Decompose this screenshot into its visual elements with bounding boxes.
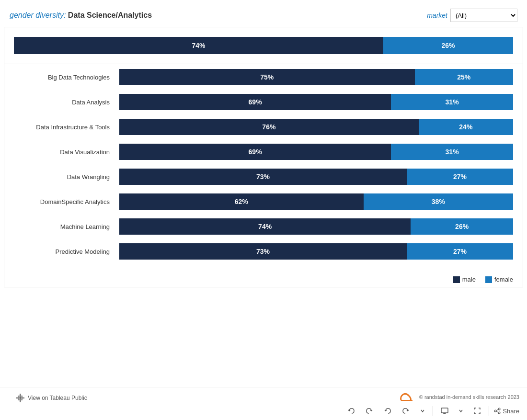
category-bar: 73% 27% [119, 243, 513, 260]
presentation-icon [441, 408, 448, 414]
female-bar: 38% [364, 193, 513, 210]
category-bar: 74% 26% [119, 218, 513, 235]
svg-rect-5 [18, 399, 23, 400]
category-bar: 69% 31% [119, 94, 513, 110]
footer-toolbar: Share [0, 404, 527, 420]
summary-bar-section: 74% 26% [4, 27, 523, 64]
category-label: Data Visualization [14, 148, 119, 156]
male-bar: 73% [119, 169, 407, 185]
svg-line-14 [496, 411, 498, 412]
category-bar: 62% 38% [119, 193, 513, 210]
dropdown-presentation-button[interactable] [456, 408, 466, 414]
summary-female-pct: 26% [442, 42, 455, 49]
share-label: Share [503, 408, 519, 415]
male-bar: 69% [119, 144, 391, 160]
back-button[interactable] [381, 406, 394, 416]
market-label: market [427, 11, 447, 19]
legend-female: female [485, 276, 513, 283]
category-bar: 69% 31% [119, 144, 513, 160]
chevron-down-small-icon [459, 409, 463, 413]
redo-icon [366, 407, 373, 415]
svg-point-11 [498, 412, 500, 414]
header: gender diversity: Data Science/Analytics… [0, 0, 527, 27]
female-bar: 31% [391, 94, 513, 110]
summary-bar: 74% 26% [14, 37, 513, 54]
categories-section: Big Data Technologies 75% 25% Data Analy… [4, 64, 523, 273]
category-label: Predictive Modeling [14, 248, 119, 255]
footer-brand: © randstad in-demand skills research 202… [399, 392, 519, 402]
chevron-down-button[interactable] [417, 407, 428, 415]
page-container: gender diversity: Data Science/Analytics… [0, 0, 527, 420]
page-title: Data Science/Analytics [68, 11, 152, 19]
share-icon [494, 408, 501, 414]
summary-male-pct: 74% [192, 42, 206, 49]
back-icon [384, 407, 391, 415]
table-row: Data Analysis 69% 31% [14, 94, 513, 110]
female-legend-dot [485, 276, 492, 283]
forward-button[interactable] [399, 406, 412, 416]
female-bar: 26% [411, 218, 513, 235]
female-bar: 27% [407, 243, 513, 260]
female-bar: 24% [419, 119, 513, 135]
table-row: DomainSpecific Analytics 62% 38% [14, 193, 513, 210]
svg-rect-4 [18, 396, 23, 397]
svg-point-12 [494, 410, 496, 412]
legend-section: male female [4, 273, 523, 287]
male-bar: 69% [119, 94, 391, 110]
footer-copyright: © randstad in-demand skills research 202… [419, 394, 519, 400]
table-row: Predictive Modeling 73% 27% [14, 243, 513, 260]
category-label: Data Infrastructure & Tools [14, 124, 119, 131]
fullscreen-button[interactable] [470, 406, 484, 416]
table-row: Data Wrangling 73% 27% [14, 169, 513, 185]
summary-male-bar: 74% [14, 37, 383, 54]
male-bar: 74% [119, 218, 411, 235]
presentation-button[interactable] [438, 406, 451, 416]
table-row: Machine Learning 74% 26% [14, 218, 513, 235]
svg-point-10 [498, 408, 500, 410]
female-bar: 31% [391, 144, 513, 160]
female-bar: 25% [415, 69, 514, 85]
redo-button[interactable] [363, 406, 376, 416]
randstad-logo [399, 392, 414, 402]
undo-icon [347, 407, 355, 415]
female-bar: 27% [407, 169, 513, 185]
view-tableau-link[interactable]: View on Tableau Public [28, 395, 87, 401]
male-bar: 62% [119, 193, 364, 210]
market-select[interactable]: (All) [450, 9, 517, 22]
table-row: Data Infrastructure & Tools 76% 24% [14, 119, 513, 135]
forward-icon [402, 407, 410, 415]
male-legend-label: male [462, 276, 476, 283]
category-bar: 73% 27% [119, 169, 513, 185]
toolbar-divider [433, 406, 433, 416]
category-bar: 76% 24% [119, 119, 513, 135]
table-row: Big Data Technologies 75% 25% [14, 69, 513, 85]
category-label: Data Analysis [14, 99, 119, 106]
share-button[interactable]: Share [494, 408, 519, 415]
female-legend-label: female [494, 276, 513, 283]
male-bar: 75% [119, 69, 415, 85]
category-label: Big Data Technologies [14, 74, 119, 81]
undo-button[interactable] [344, 406, 358, 416]
header-title: gender diversity: Data Science/Analytics [10, 11, 152, 20]
market-filter: market (All) [427, 9, 517, 22]
view-tableau-section: View on Tableau Public [8, 391, 95, 403]
fullscreen-icon [473, 407, 481, 415]
category-label: DomainSpecific Analytics [14, 198, 119, 205]
gender-diversity-label: gender diversity: [10, 11, 66, 19]
svg-rect-1 [16, 397, 24, 398]
legend-male: male [453, 276, 476, 283]
table-row: Data Visualization 69% 31% [14, 144, 513, 160]
tableau-icon [15, 393, 25, 403]
male-bar: 73% [119, 243, 407, 260]
svg-rect-7 [441, 408, 448, 413]
category-label: Data Wrangling [14, 173, 119, 181]
male-bar: 76% [119, 119, 419, 135]
svg-line-13 [496, 409, 498, 410]
category-label: Machine Learning [14, 223, 119, 230]
toolbar-divider-2 [489, 406, 489, 416]
summary-female-bar: 26% [383, 37, 513, 54]
category-bar: 75% 25% [119, 69, 513, 85]
male-legend-dot [453, 276, 460, 283]
footer: View on Tableau Public © randstad in-dem… [0, 387, 527, 420]
chevron-down-icon [420, 409, 425, 413]
